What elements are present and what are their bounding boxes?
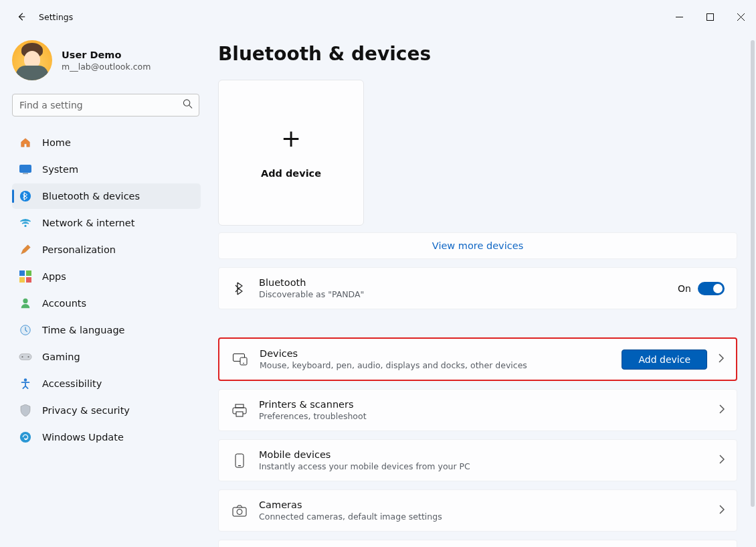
back-button[interactable] <box>9 5 33 29</box>
sidebar-item-label: Accessibility <box>42 378 102 389</box>
printers-row[interactable]: Printers & scanners Preferences, trouble… <box>218 389 737 431</box>
svg-rect-7 <box>23 173 28 175</box>
gaming-icon <box>19 350 32 364</box>
sidebar-item-home[interactable]: Home <box>12 130 201 155</box>
sidebar-item-accessibility[interactable]: Accessibility <box>12 371 201 396</box>
svg-rect-9 <box>19 270 25 276</box>
sidebar-item-time-language[interactable]: Time & language <box>12 317 201 343</box>
svg-point-17 <box>27 356 29 358</box>
mouse-row[interactable]: Mouse <box>218 540 737 547</box>
sidebar-item-label: Network & internet <box>42 218 134 228</box>
svg-point-19 <box>20 432 31 443</box>
back-arrow-icon <box>17 12 26 21</box>
sidebar-item-personalization[interactable]: Personalization <box>12 237 201 262</box>
sidebar-item-gaming[interactable]: Gaming <box>12 344 201 370</box>
add-device-button[interactable]: Add device <box>622 349 707 370</box>
windows-update-icon <box>19 431 32 444</box>
sidebar-item-apps[interactable]: Apps <box>12 264 201 289</box>
chevron-right-icon <box>719 404 725 416</box>
accounts-icon <box>19 297 32 310</box>
camera-icon <box>231 505 248 517</box>
devices-row[interactable]: Devices Mouse, keyboard, pen, audio, dis… <box>218 337 737 381</box>
svg-point-4 <box>183 100 189 106</box>
avatar <box>12 40 52 80</box>
svg-rect-21 <box>240 358 247 365</box>
window-title: Settings <box>39 12 73 22</box>
sidebar-item-system[interactable]: System <box>12 157 201 182</box>
svg-rect-15 <box>19 354 31 360</box>
bluetooth-toggle-group: On <box>678 282 725 295</box>
system-icon <box>19 163 32 176</box>
svg-point-16 <box>21 356 23 358</box>
sidebar-item-bluetooth-devices[interactable]: Bluetooth & devices <box>12 183 201 209</box>
svg-point-18 <box>24 378 27 382</box>
sidebar: User Demo m__lab@outlook.com Home System <box>0 33 209 547</box>
devices-sub: Mouse, keyboard, pen, audio, displays an… <box>260 360 622 370</box>
svg-point-22 <box>243 362 244 364</box>
search-input[interactable] <box>12 94 199 116</box>
privacy-security-icon <box>19 404 32 417</box>
user-email: m__lab@outlook.com <box>62 62 151 72</box>
bluetooth-icon <box>19 189 32 203</box>
search-icon <box>183 99 193 112</box>
svg-rect-6 <box>19 165 31 173</box>
scrollbar[interactable] <box>751 40 755 507</box>
view-more-devices-label: View more devices <box>432 240 523 251</box>
svg-rect-12 <box>26 277 31 283</box>
mobile-devices-row[interactable]: Mobile devices Instantly access your mob… <box>218 439 737 481</box>
minimize-button[interactable] <box>664 0 694 33</box>
svg-rect-28 <box>233 507 246 516</box>
bluetooth-title: Bluetooth <box>259 277 678 288</box>
mobile-title: Mobile devices <box>259 449 711 460</box>
sidebar-item-label: Time & language <box>42 325 125 335</box>
bluetooth-row[interactable]: Bluetooth Discoverable as "PANDA" On <box>218 267 737 309</box>
add-device-card[interactable]: + Add device <box>218 80 364 226</box>
sidebar-item-windows-update[interactable]: Windows Update <box>12 424 201 450</box>
sidebar-item-privacy-security[interactable]: Privacy & security <box>12 398 201 423</box>
sidebar-item-network[interactable]: Network & internet <box>12 210 201 236</box>
view-more-devices-link[interactable]: View more devices <box>218 232 737 259</box>
sidebar-item-label: Windows Update <box>42 432 124 443</box>
svg-rect-25 <box>236 412 243 416</box>
svg-rect-23 <box>235 404 244 408</box>
mobile-icon <box>231 453 248 468</box>
maximize-button[interactable] <box>694 0 725 33</box>
sidebar-item-label: Accounts <box>42 298 86 309</box>
sidebar-item-label: Personalization <box>42 244 116 255</box>
user-name: User Demo <box>62 50 151 60</box>
sidebar-item-accounts[interactable]: Accounts <box>12 291 201 316</box>
search-wrap <box>12 94 201 116</box>
cameras-sub: Connected cameras, default image setting… <box>259 512 711 522</box>
cameras-row[interactable]: Cameras Connected cameras, default image… <box>218 489 737 532</box>
bluetooth-toggle[interactable] <box>698 282 725 295</box>
svg-point-29 <box>237 509 242 514</box>
plus-icon: + <box>281 127 301 151</box>
bluetooth-icon <box>231 281 248 296</box>
devices-title: Devices <box>260 348 622 359</box>
printer-icon <box>231 404 248 417</box>
add-device-card-label: Add device <box>261 168 321 179</box>
chevron-right-icon <box>719 504 725 517</box>
sidebar-item-label: Apps <box>42 271 66 282</box>
mobile-sub: Instantly access your mobile devices fro… <box>259 461 711 471</box>
printers-sub: Preferences, troubleshoot <box>259 411 711 421</box>
svg-rect-1 <box>706 13 713 20</box>
sidebar-item-label: System <box>42 164 78 175</box>
user-profile[interactable]: User Demo m__lab@outlook.com <box>12 40 201 80</box>
home-icon <box>19 136 32 149</box>
sidebar-item-label: Bluetooth & devices <box>42 191 140 202</box>
bluetooth-sub: Discoverable as "PANDA" <box>259 289 678 299</box>
page-title: Bluetooth & devices <box>218 43 737 65</box>
chevron-right-icon <box>719 454 725 467</box>
close-button[interactable] <box>725 0 756 33</box>
nav-list: Home System Bluetooth & devices Network … <box>12 130 201 450</box>
sidebar-item-label: Privacy & security <box>42 405 130 416</box>
printers-title: Printers & scanners <box>259 399 711 410</box>
svg-line-5 <box>189 105 192 108</box>
titlebar: Settings <box>0 0 756 33</box>
bluetooth-toggle-label: On <box>678 283 691 294</box>
svg-rect-10 <box>26 270 31 276</box>
svg-rect-11 <box>19 277 25 283</box>
window-controls <box>664 0 756 33</box>
sidebar-item-label: Home <box>42 137 71 148</box>
